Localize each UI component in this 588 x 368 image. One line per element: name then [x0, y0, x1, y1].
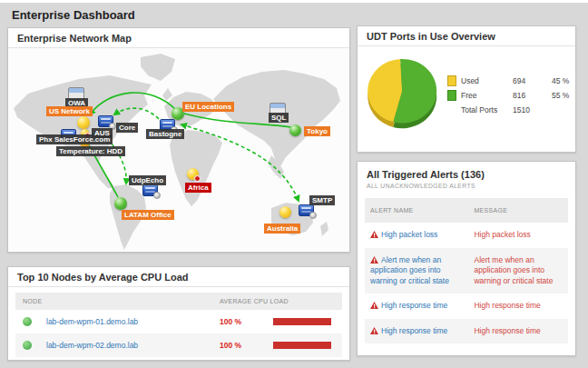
alert-row[interactable]: High response time High response time — [365, 319, 568, 343]
cpu-row[interactable]: lab-dem-wpm-02.demo.lab 100 % — [15, 333, 342, 357]
map-label-smtp: SMTP — [309, 195, 335, 205]
panel-top-cpu-nodes: Top 10 Nodes by Average CPU Load NODE AV… — [7, 266, 350, 361]
map-label-bastogne: Bastogne — [146, 129, 184, 139]
network-map-title: Enterprise Network Map — [8, 28, 349, 48]
alert-name-link[interactable]: High packet loss — [381, 230, 437, 239]
node-link[interactable]: lab-dem-wpm-01.demo.lab — [46, 317, 220, 326]
australia-node[interactable] — [279, 206, 291, 218]
free-swatch — [447, 90, 456, 101]
map-label-sql: SQL — [269, 113, 289, 123]
warning-triangle-icon — [370, 302, 378, 309]
smtp-server-icon[interactable] — [299, 204, 314, 216]
alert-row[interactable]: High response time High response time — [365, 293, 568, 318]
cpu-load-value: 100 % — [220, 341, 270, 350]
top-strip — [0, 0, 588, 3]
map-label-us-network: US Network — [46, 106, 93, 116]
legend-pct: 55 % — [552, 91, 588, 100]
alert-row[interactable]: High packet loss High packet loss — [365, 223, 568, 247]
col-message: MESSAGE — [474, 206, 563, 214]
map-label-latam: LATAM Office — [122, 210, 174, 220]
world-map[interactable]: OWA US Network Phx SalesForce.com Temper… — [8, 48, 349, 251]
alert-message: High response time — [474, 301, 563, 311]
col-alert-name: ALERT NAME — [370, 206, 474, 214]
warning-triangle-icon — [370, 231, 378, 238]
page-title: Enterprise Dashboard — [12, 8, 135, 22]
alerts-title: All Triggered Alerts (136) — [367, 169, 566, 180]
legend-value: 816 — [513, 91, 552, 100]
legend-label: Used — [461, 76, 513, 85]
tokyo-node[interactable] — [289, 124, 301, 136]
node-up-status-icon — [23, 317, 32, 326]
latam-office-node[interactable] — [114, 197, 127, 210]
legend-value: 1510 — [513, 105, 552, 114]
node-up-status-icon — [23, 341, 32, 350]
cpu-row[interactable]: lab-dem-wpm-01.demo.lab 100 % — [15, 310, 342, 333]
alert-message: Alert me when an application goes into w… — [474, 255, 563, 286]
legend-label: Total Ports — [461, 105, 513, 114]
legend-row-free: Free 816 55 % — [447, 89, 588, 101]
map-label-australia: Australia — [264, 224, 300, 234]
col-node: NODE — [15, 298, 220, 304]
status-orb — [153, 192, 161, 199]
legend-pct: 45 % — [552, 76, 588, 85]
udpecho-server-icon[interactable] — [142, 184, 158, 196]
panel-network-map: Enterprise Network Map — [7, 27, 350, 253]
node-link[interactable]: lab-dem-wpm-02.demo.lab — [46, 341, 220, 350]
alert-name-link[interactable]: Alert me when an application goes into w… — [370, 255, 449, 285]
alert-row[interactable]: Alert me when an application goes into w… — [365, 248, 568, 293]
map-label-africa: Africa — [185, 183, 211, 193]
alert-message: High response time — [474, 326, 563, 336]
map-label-temperature: Temperature: HDD — [56, 146, 125, 156]
legend-label: Free — [461, 91, 513, 100]
udt-ports-title: UDT Ports in Use Overview — [358, 26, 575, 46]
cpu-panel-title: Top 10 Nodes by Average CPU Load — [8, 267, 349, 287]
cpu-load-bar — [273, 318, 331, 325]
map-label-eu-locations: EU Locations — [182, 102, 234, 112]
cpu-load-value: 100 % — [220, 317, 270, 326]
map-label-udpecho: UdpEcho — [129, 175, 166, 185]
legend-row-used: Used 694 45 % — [447, 75, 588, 86]
pie-legend: Used 694 45 % Free 816 55 % Total Ports … — [447, 75, 588, 118]
cpu-table-header: NODE AVERAGE CPU LOAD — [15, 293, 342, 310]
alert-name-link[interactable]: High response time — [381, 326, 447, 335]
africa-node[interactable] — [187, 168, 199, 180]
warning-triangle-icon — [370, 327, 378, 334]
warning-badge — [194, 175, 201, 182]
map-label-aus: AUS — [92, 128, 113, 138]
alerts-table: ALERT NAME MESSAGE High packet loss High… — [365, 198, 568, 343]
col-avg-cpu-load: AVERAGE CPU LOAD — [220, 298, 342, 304]
alerts-table-header: ALERT NAME MESSAGE — [365, 198, 568, 223]
used-swatch — [447, 75, 456, 86]
status-orb — [309, 212, 317, 219]
ports-pie-chart[interactable] — [360, 55, 444, 137]
alert-message: High packet loss — [474, 230, 563, 240]
warning-triangle-icon — [370, 256, 378, 264]
map-label-tokyo: Tokyo — [304, 126, 330, 136]
alert-name-link[interactable]: High response time — [381, 301, 447, 310]
alerts-subtitle: ALL UNACKNOWLEDGED ALERTS — [367, 183, 566, 189]
panel-triggered-alerts: All Triggered Alerts (136) ALL UNACKNOWL… — [357, 161, 576, 356]
us-network-status-node[interactable] — [77, 116, 90, 129]
legend-row-total: Total Ports 1510 — [447, 104, 588, 115]
legend-value: 694 — [513, 76, 552, 85]
panel-udt-ports: UDT Ports in Use Overview Used 694 45 % — [357, 25, 576, 153]
map-label-core: Core — [116, 123, 138, 133]
core-server-icon[interactable] — [98, 115, 113, 127]
cpu-load-bar — [273, 342, 331, 349]
